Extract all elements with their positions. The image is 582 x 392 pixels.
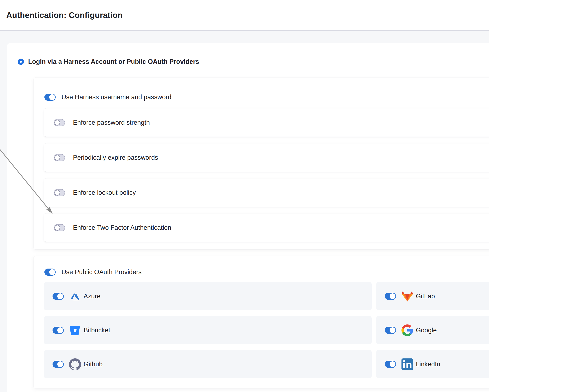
toggle-knob [54, 155, 60, 160]
provider-row-bitbucket: Bitbucket [44, 316, 372, 344]
github-icon [69, 358, 81, 370]
provider-row-gitlab: GitLab [376, 282, 489, 310]
toggle-knob [49, 269, 55, 275]
provider-label: GitLab [416, 292, 435, 300]
provider-label: Bitbucket [84, 326, 110, 334]
linkedin-icon [401, 358, 414, 370]
periodically-expire-passwords-toggle[interactable] [54, 154, 65, 161]
provider-row-azure: Azure [44, 282, 372, 310]
provider-label: Github [84, 360, 102, 368]
bitbucket-icon [69, 324, 81, 336]
toggle-knob [390, 361, 395, 367]
azure-icon [69, 290, 81, 302]
use-harness-username-toggle[interactable] [44, 94, 56, 101]
google-toggle[interactable] [385, 327, 396, 334]
login-method-radio-row: Login via a Harness Account or Public OA… [18, 58, 199, 66]
github-toggle[interactable] [52, 361, 64, 368]
use-public-oauth-toggle[interactable] [44, 268, 56, 276]
enforce-two-factor-authentication-label: Enforce Two Factor Authentication [73, 224, 171, 232]
toggle-knob [54, 225, 60, 230]
enforce-two-factor-authentication-toggle[interactable] [54, 224, 65, 231]
page-title: Authentication: Configuration [6, 11, 122, 20]
page-header: Authentication: Configuration [0, 0, 489, 31]
provider-row-github: Github [44, 350, 372, 378]
enforce-lockout-policy-label: Enforce lockout policy [73, 189, 136, 196]
azure-toggle[interactable] [52, 293, 64, 300]
provider-label: LinkedIn [416, 360, 440, 368]
gitlab-icon [401, 290, 414, 302]
login-method-radio-label: Login via a Harness Account or Public OA… [28, 58, 199, 66]
gitlab-toggle[interactable] [385, 293, 396, 300]
use-harness-username-row: Use Harness username and password [44, 94, 171, 101]
linkedin-toggle[interactable] [385, 361, 396, 368]
option-row-lockout-policy: Enforce lockout policy [44, 178, 489, 207]
toggle-knob [390, 327, 395, 333]
provider-row-google: Google [376, 316, 489, 344]
toggle-knob [57, 293, 63, 299]
login-method-radio-selected[interactable] [18, 58, 24, 65]
enforce-lockout-policy-toggle[interactable] [54, 189, 65, 196]
provider-label: Azure [84, 292, 100, 300]
oauth-providers-grid: Azure GitLab [44, 282, 489, 378]
option-row-password-strength: Enforce password strength [44, 108, 489, 136]
use-public-oauth-label: Use Public OAuth Providers [61, 268, 141, 276]
authentication-configuration-page: Authentication: Configuration Login via … [0, 0, 489, 392]
bitbucket-toggle[interactable] [52, 327, 64, 334]
toggle-knob [54, 190, 60, 196]
use-public-oauth-row: Use Public OAuth Providers [44, 268, 141, 276]
enforce-password-strength-label: Enforce password strength [73, 119, 150, 126]
toggle-knob [57, 361, 63, 367]
toggle-knob [390, 293, 395, 299]
toggle-knob [57, 327, 63, 333]
google-icon [401, 324, 414, 336]
option-row-expire-passwords: Periodically expire passwords [44, 144, 489, 172]
toggle-knob [49, 94, 55, 100]
provider-row-linkedin: LinkedIn [376, 350, 489, 378]
toggle-knob [54, 120, 60, 126]
provider-label: Google [416, 326, 437, 334]
enforce-password-strength-toggle[interactable] [54, 119, 65, 126]
periodically-expire-passwords-label: Periodically expire passwords [73, 154, 158, 162]
use-harness-username-label: Use Harness username and password [61, 94, 171, 101]
option-row-two-factor-auth: Enforce Two Factor Authentication [44, 214, 489, 242]
